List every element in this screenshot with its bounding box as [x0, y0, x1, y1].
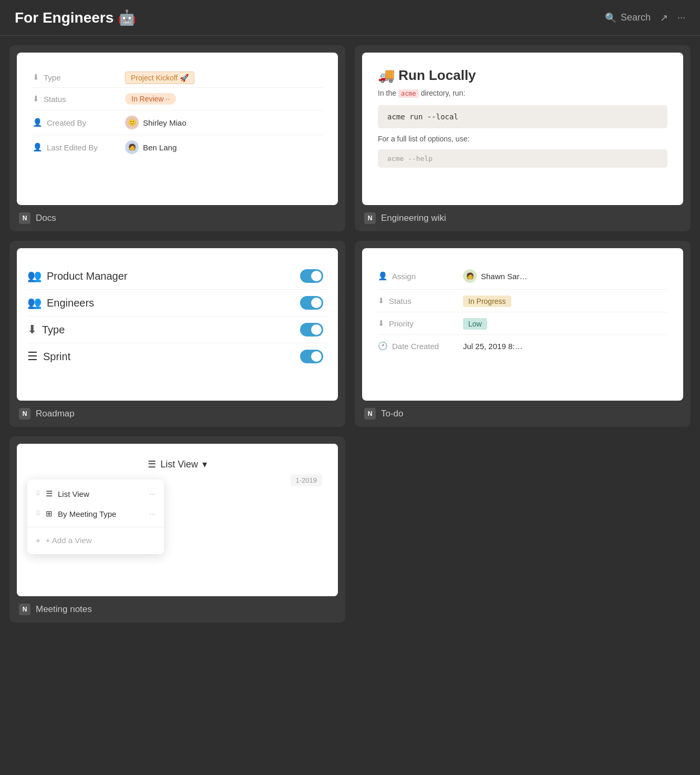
- view-label: List View: [160, 459, 198, 470]
- docs-status-row: ⬇ Status In Review ··: [33, 88, 322, 110]
- dropdown-menu: ⠿ ☰ List View ··· ⠿ ⊞ By Meeting Type ··…: [27, 480, 164, 554]
- todo-status-row: ⬇ Status In Progress: [378, 290, 667, 312]
- sprint-icon: ☰: [27, 350, 38, 363]
- list-view-menu-icon: ☰: [46, 489, 53, 498]
- menu-divider: [27, 527, 164, 527]
- roadmap-sprint-row: ☰ Sprint: [27, 343, 327, 370]
- cards-grid: ⬇ Type Project Kickoff 🚀 ⬇ Status In Rev…: [0, 36, 700, 632]
- search-button[interactable]: 🔍 Search: [605, 12, 651, 24]
- wiki-subtitle-before: In the: [378, 89, 398, 97]
- docs-type-row: ⬇ Type Project Kickoff 🚀: [33, 67, 322, 88]
- todo-footer: N To-do: [355, 401, 691, 427]
- roadmap-eng-row: 👥 Engineers: [27, 290, 327, 317]
- add-view-icon: +: [36, 536, 40, 545]
- roadmap-notion-icon: N: [19, 408, 30, 420]
- low-badge: Low: [463, 318, 487, 330]
- assign-icon: 👤: [378, 271, 388, 281]
- docs-footer: N Docs: [9, 205, 345, 231]
- todo-priority-value: Low: [463, 319, 487, 328]
- wiki-code2: acme --help: [378, 149, 667, 168]
- menu-dots-2[interactable]: ···: [149, 509, 156, 518]
- roadmap-type-row: ⬇ Type: [27, 317, 327, 343]
- meeting-card[interactable]: ☰ List View ▾ ⠿ ☰ List View ··· ⠿ ⊞ By M…: [9, 436, 345, 623]
- menu-item-meetingtype[interactable]: ⠿ ⊞ By Meeting Type ···: [27, 504, 164, 524]
- todo-assign-label: 👤 Assign: [378, 271, 457, 281]
- menu-listview-label: List View: [58, 490, 89, 498]
- todo-assign-row: 👤 Assign 🧑 Shawn Sar…: [378, 263, 667, 290]
- meeting-type-icon: ⊞: [46, 509, 53, 518]
- todo-date-row: 🕐 Date Created Jul 25, 2019 8:…: [378, 335, 667, 357]
- eng-icon: 👥: [27, 296, 42, 310]
- docs-created-row: 👤 Created By 🙂 Shirley Miao: [33, 110, 322, 135]
- todo-preview: 👤 Assign 🧑 Shawn Sar… ⬇ Status In Progre…: [362, 248, 683, 401]
- inprogress-badge: In Progress: [463, 295, 511, 307]
- roadmap-pm-row: 👥 Product Manager: [27, 263, 327, 290]
- todo-status-icon: ⬇: [378, 296, 385, 305]
- header-actions: 🔍 Search ↗ ···: [605, 12, 685, 24]
- todo-title: To-do: [381, 409, 404, 419]
- menu-dots-1[interactable]: ···: [149, 490, 156, 498]
- list-view-icon: ☰: [148, 458, 156, 470]
- roadmap-footer: N Roadmap: [9, 401, 345, 427]
- roadmap-preview: 👥 Product Manager 👥 Engineers ⬇ Type: [17, 248, 338, 401]
- todo-priority-row: ⬇ Priority Low: [378, 312, 667, 335]
- pm-icon: 👥: [27, 269, 42, 283]
- expand-icon[interactable]: ↗: [660, 12, 668, 24]
- roadmap-sprint-label: ☰ Sprint: [27, 350, 294, 363]
- menu-add-view[interactable]: + + Add a View: [27, 531, 164, 550]
- search-icon: 🔍: [605, 12, 616, 24]
- sprint-label-text: Sprint: [43, 351, 70, 363]
- todo-status-value: In Progress: [463, 297, 511, 305]
- wiki-title-label: Engineering wiki: [381, 213, 446, 223]
- sprint-toggle[interactable]: [300, 350, 323, 363]
- ben-avatar: 🧑: [125, 140, 139, 154]
- drag-handle-2: ⠿: [36, 510, 40, 517]
- roadmap-pm-label: 👥 Product Manager: [27, 269, 294, 283]
- search-label: Search: [621, 12, 651, 23]
- pm-toggle[interactable]: [300, 269, 323, 283]
- wiki-text: For a full list of options, use:: [378, 135, 667, 143]
- wiki-notion-icon: N: [364, 212, 376, 224]
- roadmap-card[interactable]: 👥 Product Manager 👥 Engineers ⬇ Type: [9, 241, 345, 427]
- docs-card[interactable]: ⬇ Type Project Kickoff 🚀 ⬇ Status In Rev…: [9, 45, 345, 231]
- docs-edited-value: 🧑 Ben Lang: [125, 140, 177, 154]
- roadmap-type-label: ⬇ Type: [27, 323, 294, 336]
- assign-name: Shawn Sar…: [481, 272, 527, 281]
- docs-status-value: In Review ··: [125, 93, 176, 105]
- view-chevron[interactable]: ▾: [202, 458, 207, 470]
- rtype-label-text: Type: [42, 324, 65, 336]
- docs-status-label: ⬇ Status: [33, 94, 117, 104]
- todo-date-value: Jul 25, 2019 8:…: [463, 342, 522, 351]
- type-toggle[interactable]: [300, 323, 323, 336]
- add-view-label: + Add a View: [46, 536, 92, 545]
- priority-icon: ⬇: [378, 319, 385, 328]
- docs-created-value: 🙂 Shirley Miao: [125, 116, 187, 129]
- wiki-preview: 🚚 Run Locally In the acme directory, run…: [362, 53, 683, 205]
- menu-item-listview[interactable]: ⠿ ☰ List View ···: [27, 484, 164, 504]
- menu-meetingtype-label: By Meeting Type: [58, 509, 116, 518]
- docs-created-label: 👤 Created By: [33, 118, 117, 127]
- roadmap-eng-label: 👥 Engineers: [27, 296, 294, 310]
- more-icon[interactable]: ···: [677, 12, 685, 23]
- roadmap-title: Roadmap: [36, 409, 75, 419]
- wiki-card[interactable]: 🚚 Run Locally In the acme directory, run…: [355, 45, 691, 231]
- docs-edited-row: 👤 Last Edited By 🧑 Ben Lang: [33, 135, 322, 159]
- docs-type-value: Project Kickoff 🚀: [125, 73, 194, 82]
- todo-assign-value: 🧑 Shawn Sar…: [463, 269, 527, 283]
- drag-handle-1: ⠿: [36, 490, 40, 497]
- eng-toggle[interactable]: [300, 296, 323, 310]
- docs-title: Docs: [36, 213, 56, 223]
- docs-type-label: ⬇ Type: [33, 73, 117, 82]
- eng-label-text: Engineers: [47, 297, 94, 309]
- meeting-preview: ☰ List View ▾ ⠿ ☰ List View ··· ⠿ ⊞ By M…: [17, 444, 338, 596]
- kickoff-badge: Project Kickoff 🚀: [125, 72, 194, 84]
- wiki-title: 🚚 Run Locally: [378, 67, 667, 84]
- docs-preview: ⬇ Type Project Kickoff 🚀 ⬇ Status In Rev…: [17, 53, 338, 205]
- type-icon: ⬇: [33, 73, 39, 82]
- todo-priority-label: ⬇ Priority: [378, 319, 457, 328]
- created-by-icon: 👤: [33, 118, 43, 127]
- acme-badge: acme: [398, 89, 419, 98]
- wiki-subtitle: In the acme directory, run:: [378, 89, 667, 98]
- created-by-name: Shirley Miao: [143, 118, 187, 127]
- todo-card[interactable]: 👤 Assign 🧑 Shawn Sar… ⬇ Status In Progre…: [355, 241, 691, 427]
